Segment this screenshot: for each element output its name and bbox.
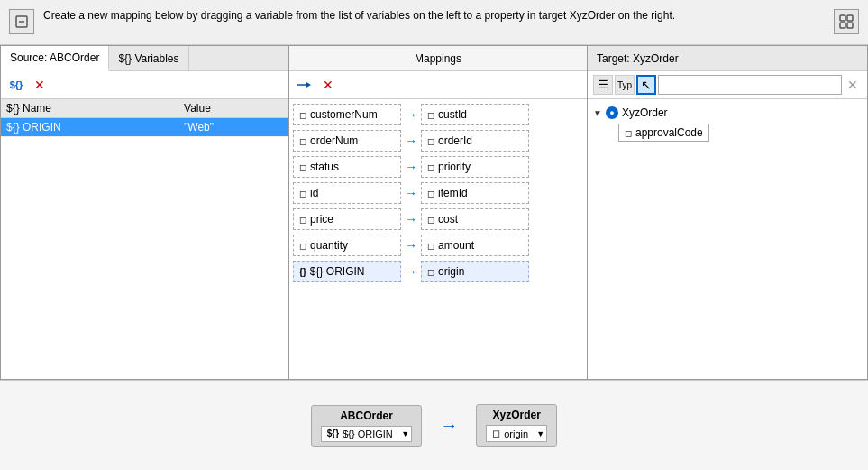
svg-rect-2: [840, 15, 845, 21]
field-circle-icon: ◻: [299, 189, 306, 198]
var-name-cell: ${} ORIGIN: [1, 118, 178, 137]
var-name-col-header: ${} Name: [1, 99, 178, 118]
cursor-icon: ↖: [641, 78, 652, 92]
add-mapping-btn[interactable]: [295, 75, 315, 95]
delete-mapping-btn[interactable]: ✕: [318, 75, 338, 95]
target-field-box[interactable]: ◻ origin ▼: [486, 425, 547, 442]
target-field-select[interactable]: origin: [504, 429, 541, 439]
mapping-arrow-icon: →: [405, 160, 417, 174]
mapping-row: {} ${} ORIGIN → ◻ origin: [293, 260, 583, 283]
field-circle-icon: ◻: [299, 162, 306, 172]
expand-icon-btn[interactable]: [834, 9, 859, 34]
target-mapping-field[interactable]: ◻ custId: [421, 104, 529, 125]
delete-variable-btn[interactable]: ✕: [30, 75, 50, 95]
target-mapping-field[interactable]: ◻ priority: [421, 156, 529, 178]
target-mapping-field[interactable]: ◻ orderId: [421, 130, 529, 152]
target-circle-icon: ◻: [427, 215, 434, 225]
mapping-arrow-icon: →: [405, 107, 417, 122]
source-mapping-field[interactable]: {} ${} ORIGIN: [293, 261, 401, 282]
collapse-icon: [14, 14, 29, 29]
source-mapping-field[interactable]: ◻ quantity: [293, 235, 401, 256]
delete-icon: ✕: [34, 78, 45, 92]
mapping-row: ◻ status → ◻ priority: [293, 155, 583, 179]
list-view-btn[interactable]: ☰: [593, 75, 613, 95]
target-mapping-field[interactable]: ◻ amount: [421, 235, 529, 256]
target-circle-icon: ◻: [427, 162, 434, 172]
target-field-icon: ◻: [492, 428, 500, 439]
field-circle-icon: ◻: [299, 215, 306, 225]
source-field-icon: ${}: [327, 429, 339, 438]
tree-child-node[interactable]: ◻ approvalCode: [618, 124, 709, 142]
source-diagram-box: ABCOrder ${} ${} ORIGIN ▼: [311, 405, 422, 447]
tree-toggle-icon[interactable]: ▼: [593, 108, 602, 118]
mapping-row: ◻ customerNum → ◻ custId: [293, 103, 583, 126]
instruction-text: Create a new mapping below by dragging a…: [43, 7, 825, 23]
collapse-icon-btn[interactable]: [9, 9, 34, 34]
source-field-box[interactable]: ${} ${} ORIGIN ▼: [321, 426, 412, 442]
svg-rect-4: [840, 23, 845, 28]
mappings-title: Mappings: [289, 46, 587, 71]
mapping-arrow-icon: →: [405, 134, 417, 148]
target-diagram-box: XyzOrder ◻ origin ▼: [476, 404, 557, 447]
root-node-icon: ●: [606, 106, 618, 119]
field-circle-icon: ◻: [299, 136, 306, 146]
svg-marker-7: [306, 82, 311, 88]
source-mapping-field[interactable]: ◻ orderNum: [293, 130, 401, 152]
source-field-select[interactable]: ${} ORIGIN: [343, 429, 406, 439]
add-variable-btn[interactable]: ${}: [6, 75, 26, 95]
expand-icon: [839, 14, 854, 29]
mapping-arrow-icon: →: [405, 264, 417, 279]
mapping-arrow-icon: →: [405, 212, 417, 226]
var-table-row[interactable]: ${} ORIGIN "Web": [1, 118, 288, 137]
target-circle-icon: ◻: [427, 241, 434, 251]
mapping-row: ◻ orderNum → ◻ orderId: [293, 129, 583, 152]
list-icon: ☰: [598, 78, 608, 91]
add-mapping-icon: [297, 78, 313, 91]
source-mapping-field[interactable]: ◻ status: [293, 156, 401, 178]
tab-variables[interactable]: ${} Variables: [109, 46, 188, 70]
target-circle-icon: ◻: [427, 110, 434, 120]
target-search-input[interactable]: [658, 75, 842, 95]
var-field-icon: {}: [299, 267, 306, 277]
field-circle-icon: ◻: [299, 241, 306, 251]
delete-mapping-icon: ✕: [323, 78, 333, 92]
mapping-row: ◻ quantity → ◻ amount: [293, 234, 583, 257]
source-mapping-field[interactable]: ◻ id: [293, 182, 401, 204]
target-circle-icon: ◻: [427, 189, 434, 198]
source-mapping-field[interactable]: ◻ customerNum: [293, 104, 401, 125]
tab-target-xyzorder[interactable]: Target: XyzOrder: [588, 46, 688, 70]
cursor-view-btn[interactable]: ↖: [636, 75, 656, 95]
child-field-icon: ◻: [625, 128, 632, 138]
target-circle-icon: ◻: [427, 267, 434, 277]
tree-root-node[interactable]: ▼ ● XyzOrder: [593, 105, 862, 121]
target-mapping-field[interactable]: ◻ cost: [421, 208, 529, 230]
type-view-btn[interactable]: Typ: [615, 75, 635, 95]
field-circle-icon: ◻: [299, 110, 306, 120]
tab-source-abcorder[interactable]: Source: ABCOrder: [1, 46, 109, 71]
var-value-cell: "Web": [178, 118, 288, 137]
source-mapping-field[interactable]: ◻ price: [293, 208, 401, 230]
variable-icon: ${}: [10, 79, 23, 90]
mapping-arrow-icon: →: [405, 238, 417, 253]
svg-rect-5: [847, 23, 853, 28]
target-box-title: XyzOrder: [486, 409, 547, 421]
svg-rect-3: [847, 15, 853, 21]
type-icon: Typ: [617, 80, 632, 90]
target-circle-icon: ◻: [427, 136, 434, 146]
mapping-row: ◻ price → ◻ cost: [293, 207, 583, 231]
mapping-row: ◻ id → ◻ itemId: [293, 181, 583, 205]
var-value-col-header: Value: [178, 99, 288, 118]
mapping-arrow-icon: →: [405, 186, 417, 200]
child-label: approvalCode: [635, 126, 703, 139]
target-mapping-field[interactable]: ◻ origin: [421, 261, 529, 282]
close-search-btn[interactable]: ✕: [844, 76, 862, 94]
diagram-arrow: →: [440, 415, 458, 436]
close-icon: ✕: [847, 78, 858, 92]
target-mapping-field[interactable]: ◻ itemId: [421, 182, 529, 204]
source-box-title: ABCOrder: [321, 410, 412, 422]
tree-root-label: XyzOrder: [622, 106, 668, 119]
